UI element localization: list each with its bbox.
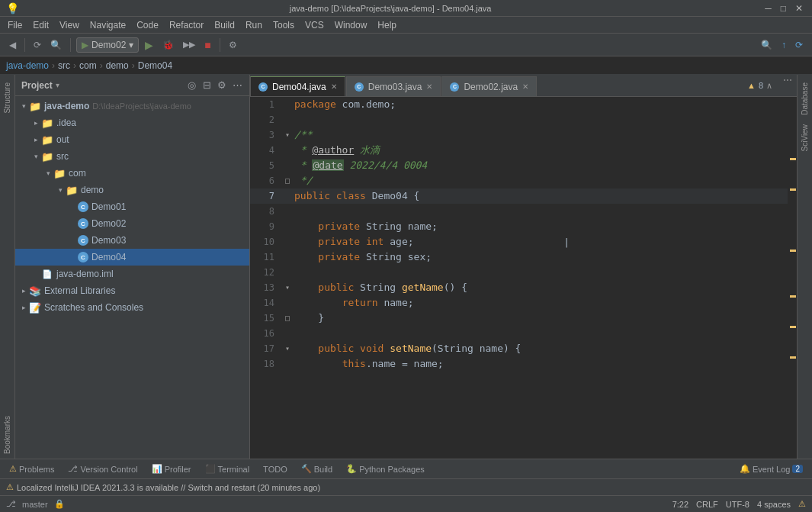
share-icon[interactable]: ⟳ xyxy=(792,38,806,52)
code-editor[interactable]: 1 package com.demo; 2 3 ▾ /** xyxy=(250,97,788,459)
back-icon[interactable]: ◀ xyxy=(6,38,19,52)
warnings-icon[interactable]: ⚠ xyxy=(798,499,806,509)
tree-item-java-demo[interactable]: ▾ 📁 java-demo D:\IdeaProjects\java-demo xyxy=(15,98,249,114)
menu-bar: File Edit View Navigate Code Refactor Bu… xyxy=(0,17,812,34)
menu-item-view[interactable]: View xyxy=(55,18,84,32)
expand-arrow: ▸ xyxy=(30,134,41,145)
code-line-4: 4 * @author 水滴 xyxy=(250,143,788,158)
menu-item-run[interactable]: Run xyxy=(241,18,267,32)
tabs-more-icon[interactable]: ⋯ xyxy=(778,75,797,96)
tree-item-demo04[interactable]: ▸ C Demo04 xyxy=(15,249,249,266)
tree-item-ext-libs[interactable]: ▸ 📚 External Libraries xyxy=(15,282,249,299)
window-title: java-demo [D:\IdeaProjects\java-demo] - … xyxy=(19,4,762,13)
git-branch[interactable]: master xyxy=(22,500,48,509)
tab-demo02[interactable]: C Demo02.java ✕ xyxy=(441,76,537,96)
run-config-dropdown[interactable]: ▶ Demo02 ▾ xyxy=(76,37,139,53)
expand-arrow: ▸ xyxy=(18,302,29,313)
tree-item-com[interactable]: ▾ 📁 com xyxy=(15,165,249,182)
error-indicator[interactable]: ▲ 8 ∧ xyxy=(741,75,778,96)
menu-item-file[interactable]: File xyxy=(3,18,27,32)
menu-item-build[interactable]: Build xyxy=(210,18,239,32)
debug-button[interactable]: 🐞 xyxy=(159,38,177,52)
line-separator[interactable]: CRLF xyxy=(696,500,718,509)
version-control-tab[interactable]: ⎇ Version Control xyxy=(62,462,143,476)
sciview-panel-button[interactable]: SciView xyxy=(799,120,810,156)
menu-item-code[interactable]: Code xyxy=(132,18,163,32)
bc-demo[interactable]: demo xyxy=(106,60,129,71)
scratch-icon: 📝 xyxy=(29,301,41,314)
structure-panel-button[interactable]: Structure xyxy=(2,78,13,118)
menu-item-window[interactable]: Window xyxy=(330,18,372,32)
title-left: 💡 xyxy=(6,2,19,14)
status-right: 7:22 CRLF UTF-8 4 spaces ⚠ xyxy=(672,499,806,509)
title-bar: 💡 java-demo [D:\IdeaProjects\java-demo] … xyxy=(0,0,812,17)
bc-project[interactable]: java-demo xyxy=(6,60,49,71)
menu-item-refactor[interactable]: Refactor xyxy=(165,18,208,32)
terminal-tab[interactable]: ⬛ Terminal xyxy=(199,462,256,476)
code-line-9: 9 private String name; xyxy=(250,219,788,234)
indent-setting[interactable]: 4 spaces xyxy=(757,500,791,509)
editor-panel: C Demo04.java ✕ C Demo03.java ✕ C Demo02… xyxy=(250,75,797,459)
update-icon[interactable]: ↑ xyxy=(778,38,789,52)
settings-icon[interactable]: ⚙ xyxy=(226,38,240,52)
tree-item-demo01[interactable]: ▸ C Demo01 xyxy=(15,198,249,215)
close-button[interactable]: ✕ xyxy=(792,3,806,14)
tab-close-icon[interactable]: ✕ xyxy=(331,82,337,91)
minimize-button[interactable]: ─ xyxy=(762,3,775,14)
encoding[interactable]: UTF-8 xyxy=(726,500,749,509)
bc-demo04[interactable]: Demo04 xyxy=(138,60,172,71)
tree-item-src[interactable]: ▾ 📁 src xyxy=(15,148,249,165)
chevron-down-icon: ▾ xyxy=(129,40,133,50)
locate-icon[interactable]: ◎ xyxy=(185,79,197,92)
sidebar-toolbar: ◎ ⊟ ⚙ ⋯ xyxy=(185,79,243,92)
tree-item-scratches[interactable]: ▸ 📝 Scratches and Consoles xyxy=(15,299,249,316)
java-file-icon: C xyxy=(78,252,88,262)
event-log-tab[interactable]: 🔔 Event Log 2 xyxy=(733,462,809,476)
bc-com[interactable]: com xyxy=(79,60,97,71)
tab-close-icon[interactable]: ✕ xyxy=(522,82,528,91)
sync-icon[interactable]: ⟳ xyxy=(30,38,44,52)
python-packages-tab[interactable]: 🐍 Python Packages xyxy=(340,462,431,476)
chevron-down-icon[interactable]: ▾ xyxy=(56,81,59,89)
search-everywhere-icon[interactable]: 🔍 xyxy=(47,38,65,52)
tree-item-iml[interactable]: ▸ 📄 java-demo.iml xyxy=(15,266,249,282)
menu-item-vcs[interactable]: VCS xyxy=(300,18,329,32)
maximize-button[interactable]: □ xyxy=(778,3,789,14)
todo-tab[interactable]: TODO xyxy=(257,462,294,476)
profiler-tab[interactable]: 📊 Profiler xyxy=(146,462,197,476)
collapse-all-icon[interactable]: ⊟ xyxy=(201,79,213,92)
stop-button[interactable]: ■ xyxy=(201,37,213,53)
tab-close-icon[interactable]: ✕ xyxy=(426,82,432,91)
project-panel: Project ▾ ◎ ⊟ ⚙ ⋯ ▾ 📁 java-demo D:\IdeaP… xyxy=(15,75,250,459)
menu-item-navigate[interactable]: Navigate xyxy=(85,18,130,32)
run-button[interactable]: ▶ xyxy=(142,37,156,53)
database-panel-button[interactable]: Database xyxy=(799,78,810,120)
problems-tab[interactable]: ⚠ Problems xyxy=(3,462,60,476)
search-icon[interactable]: 🔍 xyxy=(758,38,775,52)
code-line-12: 12 xyxy=(250,265,788,280)
warn-stripe-5 xyxy=(790,326,796,328)
more-options-icon[interactable]: ⋯ xyxy=(231,79,243,92)
gear-icon[interactable]: ⚙ xyxy=(216,79,228,92)
tree-item-demo[interactable]: ▾ 📁 demo xyxy=(15,182,249,198)
text-cursor: | xyxy=(563,237,570,248)
bc-src[interactable]: src xyxy=(58,60,70,71)
tree-item-demo02[interactable]: ▸ C Demo02 xyxy=(15,215,249,232)
menu-item-help[interactable]: Help xyxy=(373,18,401,32)
build-tab[interactable]: 🔨 Build xyxy=(295,462,339,476)
notification-text: Localized IntelliJ IDEA 2021.3.3 is avai… xyxy=(17,483,320,492)
java-icon: C xyxy=(355,82,364,92)
tree-item-idea[interactable]: ▸ 📁 .idea xyxy=(15,114,249,131)
menu-item-edit[interactable]: Edit xyxy=(28,18,53,32)
bookmarks-panel-button[interactable]: Bookmarks xyxy=(2,411,13,459)
tab-demo04[interactable]: C Demo04.java ✕ xyxy=(250,76,345,96)
tree-item-demo03[interactable]: ▸ C Demo03 xyxy=(15,232,249,249)
run-with-coverage-button[interactable]: ▶▶ xyxy=(180,38,198,51)
tab-label: Demo04.java xyxy=(272,82,326,92)
menu-item-tools[interactable]: Tools xyxy=(268,18,299,32)
tab-demo03[interactable]: C Demo03.java ✕ xyxy=(346,76,441,96)
code-line-6: 6 □ */ xyxy=(250,173,788,188)
tree-item-out[interactable]: ▸ 📁 out xyxy=(15,131,249,148)
cursor-position[interactable]: 7:22 xyxy=(672,500,688,509)
code-line-1: 1 package com.demo; xyxy=(250,97,788,112)
